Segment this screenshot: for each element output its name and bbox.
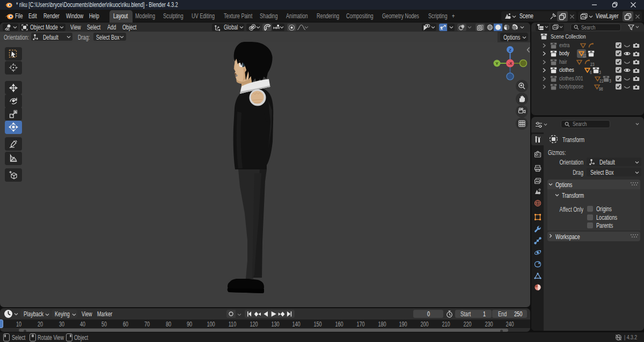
svg-text:Z: Z xyxy=(509,48,511,53)
svg-text:-X: -X xyxy=(508,61,513,66)
svg-text:Y: Y xyxy=(495,61,499,66)
